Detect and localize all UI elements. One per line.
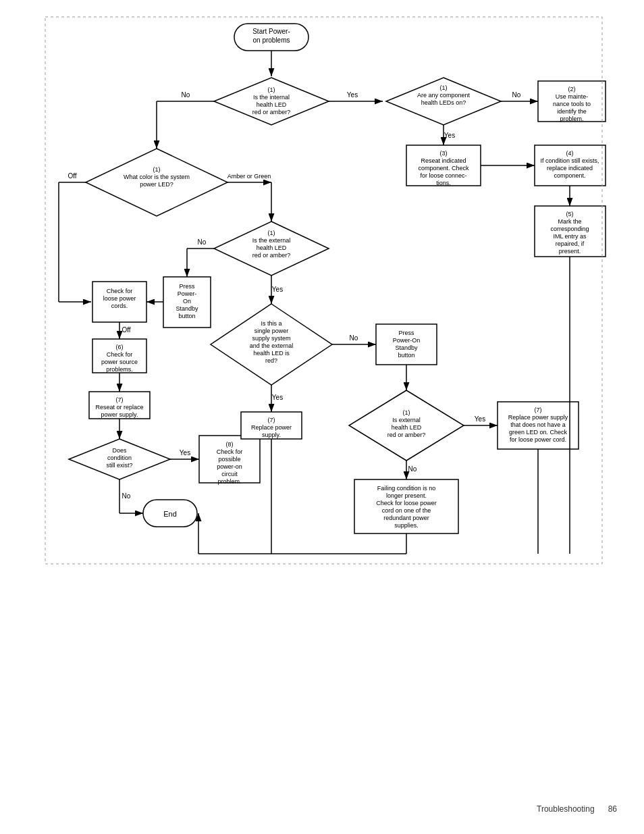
svg-text:tions.: tions. [436, 180, 451, 186]
svg-text:red or amber?: red or amber? [252, 109, 291, 115]
footer-section: Troubleshooting [537, 804, 595, 814]
svg-text:redundant power: redundant power [383, 515, 429, 521]
svg-text:(1): (1) [268, 86, 275, 93]
svg-text:power supply.: power supply. [101, 411, 138, 418]
footer-page: 86 [608, 804, 617, 814]
svg-text:for loose power cord.: for loose power cord. [510, 436, 566, 443]
svg-text:Is the external: Is the external [252, 237, 291, 244]
svg-text:red or amber?: red or amber? [387, 432, 426, 438]
svg-text:Reseat indicated: Reseat indicated [421, 157, 466, 164]
svg-text:health LED is: health LED is [253, 350, 290, 357]
svg-text:button: button [178, 313, 195, 319]
svg-text:Are any component: Are any component [417, 92, 471, 99]
svg-text:Yes: Yes [272, 286, 283, 293]
svg-text:No: No [512, 91, 521, 99]
svg-text:End: End [163, 510, 177, 518]
svg-text:problem.: problem. [217, 478, 241, 485]
svg-text:power LED?: power LED? [140, 181, 173, 188]
svg-text:Does: Does [112, 447, 127, 454]
svg-text:Check for: Check for [107, 351, 133, 358]
svg-text:Standby: Standby [395, 344, 418, 351]
svg-text:Yes: Yes [347, 91, 358, 99]
svg-text:on problems: on problems [252, 36, 290, 44]
svg-text:(1): (1) [153, 166, 161, 173]
svg-text:still exist?: still exist? [106, 462, 132, 469]
svg-text:Replace power: Replace power [251, 424, 292, 431]
svg-text:replace indicated: replace indicated [547, 165, 593, 172]
svg-text:Yes: Yes [444, 132, 455, 139]
svg-text:Yes: Yes [180, 449, 190, 457]
svg-text:Mark the: Mark the [558, 218, 581, 225]
svg-text:(8): (8) [226, 441, 234, 448]
svg-text:Power-: Power- [178, 290, 197, 297]
svg-text:circuit: circuit [221, 471, 238, 477]
svg-text:cords.: cords. [111, 303, 128, 309]
svg-text:Press: Press [179, 283, 195, 290]
svg-text:(5): (5) [566, 211, 574, 217]
svg-text:Standby: Standby [176, 305, 198, 312]
svg-text:red?: red? [265, 357, 277, 364]
svg-text:(7): (7) [116, 396, 124, 403]
svg-text:No: No [122, 492, 131, 500]
svg-text:(2): (2) [568, 86, 576, 93]
svg-text:Off: Off [68, 172, 76, 180]
svg-text:longer present.: longer present. [386, 492, 427, 499]
svg-text:No: No [408, 465, 417, 473]
svg-text:power-on: power-on [217, 463, 242, 470]
svg-text:IML entry as: IML entry as [553, 233, 587, 240]
svg-text:(1): (1) [268, 230, 275, 236]
svg-text:health LEDs on?: health LEDs on? [421, 99, 466, 106]
svg-text:Check for loose power: Check for loose power [376, 500, 437, 506]
svg-text:repaired, if: repaired, if [556, 240, 585, 247]
start-label: Start Power- [252, 28, 290, 35]
svg-text:(6): (6) [116, 344, 124, 350]
svg-text:Off: Off [122, 326, 130, 334]
svg-text:corresponding: corresponding [550, 226, 589, 232]
svg-text:problems.: problems. [106, 366, 133, 373]
svg-text:component. Check: component. Check [418, 165, 469, 172]
svg-text:green LED on. Check: green LED on. Check [509, 429, 568, 436]
footer-area: Troubleshooting 86 [537, 804, 617, 814]
svg-text:No: No [350, 334, 358, 342]
svg-text:red or amber?: red or amber? [252, 252, 291, 259]
svg-text:Check for: Check for [107, 288, 133, 294]
svg-text:(1): (1) [403, 409, 410, 416]
svg-text:(3): (3) [440, 150, 448, 157]
svg-text:that does not have a: that does not have a [510, 421, 566, 428]
svg-text:Yes: Yes [272, 394, 283, 401]
svg-text:Yes: Yes [475, 415, 485, 423]
svg-text:Amber or Green: Amber or Green [227, 173, 271, 180]
svg-text:condition: condition [107, 454, 132, 461]
svg-text:Is this a: Is this a [261, 320, 281, 327]
flowchart-svg: Start Power- on problems (1) Is the inte… [32, 14, 612, 675]
svg-text:(1): (1) [440, 84, 448, 91]
svg-text:Use mainte-: Use mainte- [556, 93, 589, 100]
svg-text:Replace power supply: Replace power supply [508, 414, 568, 421]
svg-text:If condition still exists,: If condition still exists, [540, 157, 599, 164]
svg-text:supply.: supply. [262, 432, 281, 438]
svg-text:Power-On: Power-On [393, 337, 421, 344]
svg-text:No: No [182, 91, 190, 99]
svg-text:On: On [183, 298, 191, 305]
svg-text:Reseat or replace: Reseat or replace [95, 404, 143, 411]
svg-text:Check for: Check for [217, 448, 243, 455]
svg-text:health LED: health LED [392, 424, 422, 431]
svg-text:supply system: supply system [252, 335, 290, 342]
svg-text:Is the internal: Is the internal [253, 94, 290, 101]
svg-text:No: No [198, 238, 207, 246]
svg-text:What color is the system: What color is the system [124, 174, 190, 180]
svg-text:problem.: problem. [560, 115, 583, 122]
svg-text:button: button [398, 352, 414, 359]
svg-text:Is external: Is external [392, 417, 421, 423]
svg-text:health LED: health LED [257, 101, 287, 108]
svg-text:(7): (7) [268, 417, 275, 423]
svg-text:power source: power source [101, 359, 138, 365]
svg-text:cord on one of the: cord on one of the [382, 507, 431, 514]
svg-text:for loose connec-: for loose connec- [420, 172, 466, 179]
svg-text:identify the: identify the [557, 108, 587, 115]
svg-text:present.: present. [559, 248, 581, 255]
page-container: Start Power- on problems (1) Is the inte… [0, 0, 644, 834]
svg-text:health LED: health LED [257, 244, 287, 251]
svg-text:(7): (7) [535, 407, 542, 413]
svg-text:loose power: loose power [103, 295, 136, 302]
